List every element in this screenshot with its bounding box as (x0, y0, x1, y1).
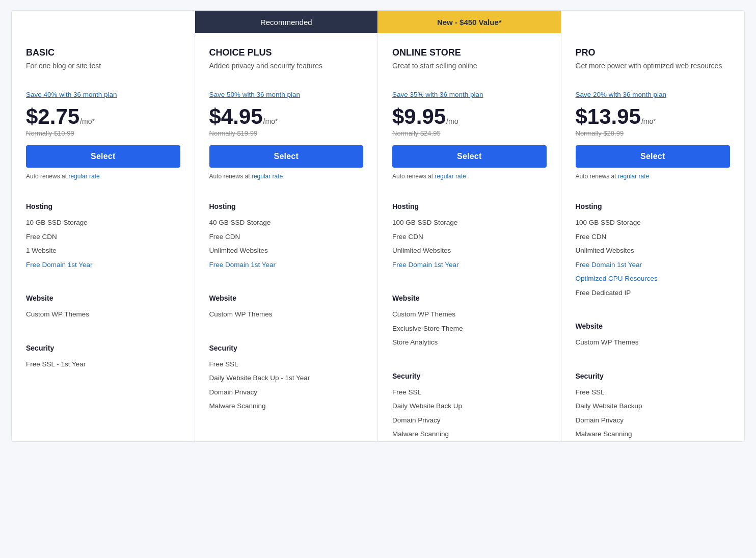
hosting-title: Hosting (209, 202, 364, 210)
plan-header-basic: BASIC For one blog or site test Save 40%… (12, 33, 195, 180)
save-link[interactable]: Save 35% with 36 month plan (392, 91, 483, 98)
regular-rate-link[interactable]: regular rate (618, 173, 649, 180)
price-period: /mo* (263, 117, 278, 125)
website-section: Website Custom WP ThemesExclusive Store … (378, 272, 561, 350)
hosting-feature: 1 Website (26, 244, 180, 258)
hosting-feature: Unlimited Websites (209, 244, 364, 258)
website-title: Website (392, 294, 547, 302)
auto-renews: Auto renews at regular rate (392, 173, 547, 180)
price-main: $4.95 (209, 106, 263, 127)
hosting-title: Hosting (392, 202, 547, 210)
plan-name: ONLINE STORE (392, 47, 547, 58)
plan-header-choice-plus: CHOICE PLUS Added privacy and security f… (195, 33, 378, 180)
plan-name: BASIC (26, 47, 180, 58)
plan-desc: Added privacy and security features (209, 61, 364, 82)
hosting-feature: Free Domain 1st Year (26, 258, 180, 272)
price-main: $13.95 (576, 106, 641, 127)
price-block: $4.95 /mo* (209, 106, 364, 127)
hosting-feature: Free Domain 1st Year (209, 258, 364, 272)
security-feature: Free SSL (209, 357, 364, 371)
plan-col-pro: PRO Get more power with optimized web re… (561, 11, 745, 441)
website-title: Website (26, 294, 180, 302)
price-period: /mo (446, 117, 458, 125)
plan-badge-empty-basic (12, 11, 195, 33)
security-feature: Malware Scanning (576, 427, 731, 441)
auto-renews: Auto renews at regular rate (576, 173, 731, 180)
regular-rate-link[interactable]: regular rate (68, 173, 99, 180)
security-title: Security (392, 372, 547, 380)
website-feature: Custom WP Themes (392, 307, 547, 322)
website-feature: Store Analytics (392, 335, 547, 350)
plan-name: PRO (576, 47, 731, 58)
plan-badge-choice-plus: Recommended (195, 11, 378, 33)
select-button[interactable]: Select (209, 145, 364, 168)
security-feature: Daily Website Back Up - 1st Year (209, 371, 364, 385)
pricing-table: BASIC For one blog or site test Save 40%… (11, 10, 745, 442)
hosting-feature: 100 GB SSD Storage (392, 216, 547, 230)
regular-rate-link[interactable]: regular rate (252, 173, 283, 180)
security-feature: Domain Privacy (209, 385, 364, 400)
hosting-section: Hosting 100 GB SSD StorageFree CDNUnlimi… (378, 180, 561, 272)
save-link[interactable]: Save 20% with 36 month plan (576, 91, 667, 98)
auto-renews: Auto renews at regular rate (209, 173, 364, 180)
website-title: Website (576, 322, 731, 330)
hosting-feature: Unlimited Websites (392, 244, 547, 258)
plan-desc: Great to start selling online (392, 61, 547, 82)
hosting-feature: Unlimited Websites (576, 244, 731, 258)
hosting-feature: Free CDN (209, 230, 364, 244)
security-feature: Domain Privacy (576, 413, 731, 428)
price-period: /mo* (641, 117, 656, 125)
security-feature: Daily Website Backup (576, 399, 731, 413)
plan-badge-online-store: New - $450 Value* (378, 11, 561, 33)
security-section: Security Free SSL - 1st Year (12, 322, 195, 371)
plan-col-basic: BASIC For one blog or site test Save 40%… (12, 11, 195, 441)
hosting-section: Hosting 10 GB SSD StorageFree CDN1 Websi… (12, 180, 195, 272)
security-section: Security Free SSLDaily Website Back UpDo… (378, 350, 561, 441)
plan-header-pro: PRO Get more power with optimized web re… (561, 33, 745, 180)
website-feature: Custom WP Themes (26, 307, 180, 322)
hosting-title: Hosting (576, 202, 731, 210)
price-block: $2.75 /mo* (26, 106, 180, 127)
plan-header-online-store: ONLINE STORE Great to start selling onli… (378, 33, 561, 180)
save-link[interactable]: Save 40% with 36 month plan (26, 91, 117, 98)
security-title: Security (209, 344, 364, 352)
plan-desc: For one blog or site test (26, 61, 180, 82)
select-button[interactable]: Select (26, 145, 180, 168)
price-normally: Normally $19.99 (209, 129, 364, 137)
website-feature: Custom WP Themes (576, 335, 731, 350)
plan-name: CHOICE PLUS (209, 47, 364, 58)
price-main: $9.95 (392, 106, 446, 127)
security-feature: Malware Scanning (392, 427, 547, 441)
select-button[interactable]: Select (576, 145, 731, 168)
hosting-feature: 10 GB SSD Storage (26, 216, 180, 230)
hosting-feature: Free Dedicated IP (576, 286, 731, 300)
security-feature: Free SSL (392, 385, 547, 400)
security-feature: Free SSL - 1st Year (26, 357, 180, 371)
hosting-feature: Optimized CPU Resources (576, 272, 731, 286)
regular-rate-link[interactable]: regular rate (435, 173, 466, 180)
hosting-title: Hosting (26, 202, 180, 210)
plan-col-choice-plus: Recommended CHOICE PLUS Added privacy an… (195, 11, 379, 441)
security-feature: Malware Scanning (209, 399, 364, 413)
auto-renews: Auto renews at regular rate (26, 173, 180, 180)
price-normally: Normally $28.99 (576, 129, 731, 137)
security-section: Security Free SSLDaily Website BackupDom… (561, 350, 745, 441)
price-block: $13.95 /mo* (576, 106, 731, 127)
security-feature: Daily Website Back Up (392, 399, 547, 413)
price-normally: Normally $24.95 (392, 129, 547, 137)
website-feature: Custom WP Themes (209, 307, 364, 322)
hosting-feature: Free CDN (392, 230, 547, 244)
hosting-feature: Free Domain 1st Year (576, 258, 731, 272)
website-section: Website Custom WP Themes (12, 272, 195, 322)
security-section: Security Free SSLDaily Website Back Up -… (195, 322, 378, 413)
website-section: Website Custom WP Themes (195, 272, 378, 322)
website-title: Website (209, 294, 364, 302)
hosting-feature: 40 GB SSD Storage (209, 216, 364, 230)
hosting-section: Hosting 40 GB SSD StorageFree CDNUnlimit… (195, 180, 378, 272)
select-button[interactable]: Select (392, 145, 547, 168)
price-normally: Normally $10.99 (26, 129, 180, 137)
hosting-feature: Free Domain 1st Year (392, 258, 547, 272)
website-section: Website Custom WP Themes (561, 300, 745, 350)
price-main: $2.75 (26, 106, 79, 127)
save-link[interactable]: Save 50% with 36 month plan (209, 91, 301, 98)
